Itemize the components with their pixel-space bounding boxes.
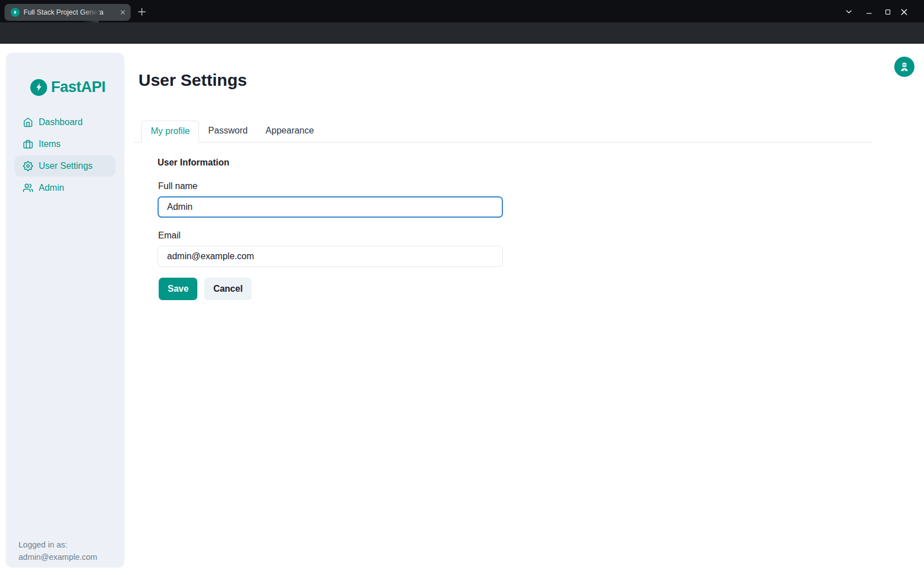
tab-appearance[interactable]: Appearance	[257, 121, 323, 142]
user-astronaut-icon	[899, 61, 910, 72]
logged-in-label: Logged in as:	[19, 539, 97, 551]
fastapi-logo-text: FastAPI	[51, 79, 105, 96]
fastapi-favicon-icon	[11, 8, 20, 17]
sidebar: FastAPI Dashboard Items	[6, 53, 124, 568]
sidebar-item-label: Dashboard	[39, 117, 82, 127]
logged-in-info: Logged in as: admin@example.com	[19, 539, 97, 563]
user-menu-button[interactable]	[894, 57, 914, 77]
save-button[interactable]: Save	[159, 278, 197, 300]
tab-password[interactable]: Password	[199, 121, 256, 142]
settings-tabs: My profile Password Appearance	[133, 121, 872, 142]
home-icon	[23, 117, 33, 127]
tab-search-chevron-icon[interactable]	[843, 6, 855, 18]
browser-tabbar: Full Stack Project Genera	[0, 0, 924, 22]
cancel-button[interactable]: Cancel	[204, 278, 251, 300]
briefcase-icon	[23, 139, 33, 149]
full-name-label: Full name	[158, 181, 197, 191]
window-minimize-button[interactable]	[863, 6, 875, 18]
sidebar-item-label: User Settings	[39, 161, 93, 171]
section-title: User Information	[158, 158, 516, 168]
sidebar-item-admin[interactable]: Admin	[15, 177, 116, 199]
form-buttons: Save Cancel	[159, 278, 252, 300]
page-title: User Settings	[138, 71, 247, 90]
email-input[interactable]	[158, 246, 503, 267]
users-icon	[23, 183, 33, 193]
window-maximize-button[interactable]	[881, 6, 894, 18]
browser-tab[interactable]: Full Stack Project Genera	[4, 4, 131, 21]
email-label: Email	[158, 231, 181, 241]
sidebar-item-user-settings[interactable]: User Settings	[15, 155, 116, 177]
window-close-button[interactable]	[898, 6, 910, 18]
browser-toolbar: localhost/settings 1	[0, 22, 924, 44]
sidebar-item-label: Items	[39, 139, 61, 149]
tab-close-icon[interactable]	[117, 6, 129, 19]
profile-panel: User Information Full name Email Save Ca…	[158, 158, 516, 168]
sidebar-nav: Dashboard Items User Settings	[15, 112, 116, 199]
fastapi-logo-icon	[30, 79, 47, 96]
fastapi-logo: FastAPI	[30, 79, 105, 96]
sidebar-item-items[interactable]: Items	[15, 134, 116, 155]
browser-window: Full Stack Project Genera	[0, 0, 924, 575]
sidebar-item-label: Admin	[39, 183, 64, 193]
sidebar-item-dashboard[interactable]: Dashboard	[15, 112, 116, 133]
tab-my-profile[interactable]: My profile	[141, 121, 199, 142]
logged-in-email: admin@example.com	[19, 551, 97, 563]
gear-icon	[23, 161, 33, 171]
full-name-input[interactable]	[158, 196, 503, 218]
new-tab-button[interactable]	[135, 5, 149, 19]
app-content: FastAPI Dashboard Items	[0, 44, 924, 575]
